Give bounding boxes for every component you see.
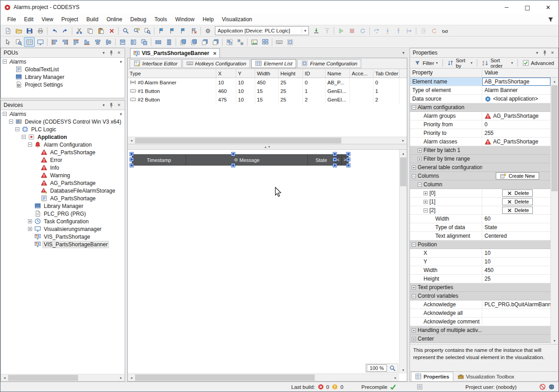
scroll-left-icon[interactable]: ◂ [128, 137, 135, 144]
property-row-alarm-classes[interactable]: Alarm classesAC_PartsShortage [410, 138, 550, 146]
property-row-alarm-groups[interactable]: Alarm groupsAG_PartsShortage [410, 112, 550, 120]
menu-item-build[interactable]: Build [82, 15, 102, 24]
group-elements-button[interactable] [224, 37, 235, 47]
align-top-button[interactable] [70, 37, 81, 47]
paste-button[interactable] [95, 26, 106, 36]
align-left-button[interactable] [49, 37, 60, 47]
scroll-down-icon[interactable]: ▾ [400, 366, 407, 374]
delete-button[interactable]: Delete [502, 189, 533, 197]
tree-item-ag-partsshortage[interactable]: AG_PartsShortage [1, 179, 125, 187]
make-same-width-button[interactable] [117, 37, 128, 47]
cut-button[interactable] [74, 26, 84, 36]
background-image-button[interactable] [249, 37, 260, 47]
property-value-cell[interactable]: PLC_PRG.bQuitAlarmBanner [482, 300, 550, 309]
column-header-x[interactable]: X [216, 69, 236, 78]
save-project-button[interactable] [24, 26, 35, 36]
property-group-text-properties[interactable]: +Text properties [410, 283, 550, 292]
property-value-cell[interactable]: State [482, 223, 550, 231]
multiply-element-button[interactable] [260, 37, 270, 47]
new-project-button[interactable] [2, 26, 13, 36]
print-button[interactable] [35, 26, 46, 36]
pin-icon[interactable] [541, 49, 549, 57]
visualization-editor-button[interactable] [35, 37, 46, 47]
column-header-tab-order[interactable]: Tab Order [373, 69, 400, 78]
editor-splitter[interactable]: ▴▾ [128, 144, 407, 150]
active-application-combobox[interactable]: Application [Device: PLC Logic]▾ [215, 26, 309, 35]
sort-by-button[interactable]: Sort by▾ [445, 56, 475, 70]
maximize-button[interactable]: □ [517, 0, 538, 14]
selection-handle[interactable] [347, 158, 350, 161]
tree-root-dropdown-icon[interactable]: ▾ [120, 60, 122, 64]
tree-item-alarms[interactable]: −Alarms▾ [1, 110, 125, 118]
align-center-horizontal-button[interactable] [92, 37, 103, 47]
move-handle-icon[interactable]: ⊕ [234, 157, 238, 163]
selection-handle[interactable] [347, 164, 350, 167]
tree-item-ac-partsshortage[interactable]: AC_PartsShortage [1, 148, 125, 156]
bottom-tab-properties[interactable]: Properties [411, 372, 453, 381]
zoom-menu-icon[interactable] [388, 363, 397, 373]
find-all-references-button[interactable] [142, 26, 153, 36]
tree-item-error[interactable]: Error [1, 156, 125, 164]
frame-selection-button[interactable] [284, 37, 295, 47]
menu-item-visualization[interactable]: Visualization [218, 15, 256, 24]
visualization-canvas[interactable]: Timestamp⊕MessageState<> [128, 150, 399, 374]
property-value-cell[interactable]: Delete [482, 206, 550, 214]
property-value-cell[interactable]: 10 [482, 258, 550, 266]
align-bottom-button[interactable] [81, 37, 92, 47]
tab-hotkeys-configuration[interactable]: Hotkeys Configuration [182, 59, 250, 68]
selection-handle[interactable] [130, 158, 133, 161]
menu-item-view[interactable]: View [37, 15, 57, 24]
selection-handle[interactable] [232, 152, 235, 156]
tree-item-warning[interactable]: Warning [1, 171, 125, 179]
tab-frame-configuration[interactable]: Frame Configuration [297, 59, 361, 68]
tree-expander-collapse[interactable]: − [28, 143, 32, 147]
bring-to-front-button[interactable] [177, 37, 188, 47]
tree-item-plc-logic[interactable]: −PLC Logic [1, 125, 125, 133]
find-button[interactable] [120, 26, 131, 36]
make-same-height-button[interactable] [128, 37, 139, 47]
column-header-acce[interactable]: Acce... [350, 69, 373, 78]
tab-interface-editor[interactable]: Interface Editor [130, 59, 182, 68]
property-group-center[interactable]: +Center [410, 335, 550, 343]
property-row-text-alignment[interactable]: Text alignmentCentered [410, 232, 550, 240]
property-row-element-name[interactable]: Element nameAB_PartsShortage [410, 78, 550, 86]
property-value-cell[interactable] [482, 309, 550, 317]
property-group-control-variables[interactable]: −Control variables [410, 292, 550, 300]
property-value-cell[interactable]: AC_PartsShortage [482, 138, 550, 146]
tree-item-vis-partsshortagebanner[interactable]: VIS_PartsShortageBanner [1, 240, 125, 248]
property-row-2[interactable]: −[2]Delete [410, 206, 550, 215]
property-group-alarm-configuration[interactable]: −Alarm configuration [410, 103, 550, 112]
selection-handle[interactable] [333, 158, 336, 161]
property-value-cell[interactable]: Create New [482, 172, 550, 180]
advanced-button[interactable]: Advanced [520, 58, 556, 68]
scroll-right-icon[interactable]: ▸ [400, 137, 407, 144]
menu-item-debug[interactable]: Debug [126, 15, 150, 24]
distribute-vertically-button[interactable] [163, 37, 174, 47]
menu-item-tools[interactable]: Tools [150, 15, 171, 24]
banner-column-timestamp[interactable]: Timestamp [132, 154, 186, 166]
tree-root-dropdown-icon[interactable]: ▾ [120, 112, 122, 116]
tree-item-library-manager[interactable]: Library Manager [1, 73, 125, 81]
column-header-name[interactable]: Name [326, 69, 350, 78]
property-group-column[interactable]: −Column [410, 180, 550, 189]
stop-button[interactable] [346, 26, 357, 36]
tree-expander-collapse[interactable]: − [3, 60, 7, 64]
close-tab-icon[interactable]: ✕ [213, 51, 216, 56]
property-expander-expand[interactable]: + [418, 157, 422, 161]
tree-item-visualisierungsmanager[interactable]: +Visualisierungsmanager [1, 225, 125, 233]
logout-button[interactable] [321, 26, 332, 36]
tab-element-list[interactable]: Element List [251, 59, 296, 68]
property-expander-collapse[interactable]: − [412, 294, 416, 298]
open-project-button[interactable] [13, 26, 24, 36]
property-value-cell[interactable] [482, 155, 550, 163]
scroll-up-icon[interactable]: ▴ [551, 78, 558, 85]
document-tab[interactable]: VIS_PartsShortageBanner ✕ [130, 48, 220, 58]
scroll-left-icon[interactable]: ◂ [128, 374, 135, 381]
panel-menu-icon[interactable]: ▾ [100, 101, 107, 109]
property-expander-collapse[interactable]: − [412, 106, 416, 110]
column-header-width[interactable]: Width [255, 69, 279, 78]
property-expander-expand[interactable]: + [412, 286, 416, 290]
filter-funnel-icon[interactable] [545, 14, 556, 24]
bookmark-next-button[interactable] [177, 26, 188, 36]
sort-order-button[interactable]: AZSort order▾ [480, 56, 515, 70]
